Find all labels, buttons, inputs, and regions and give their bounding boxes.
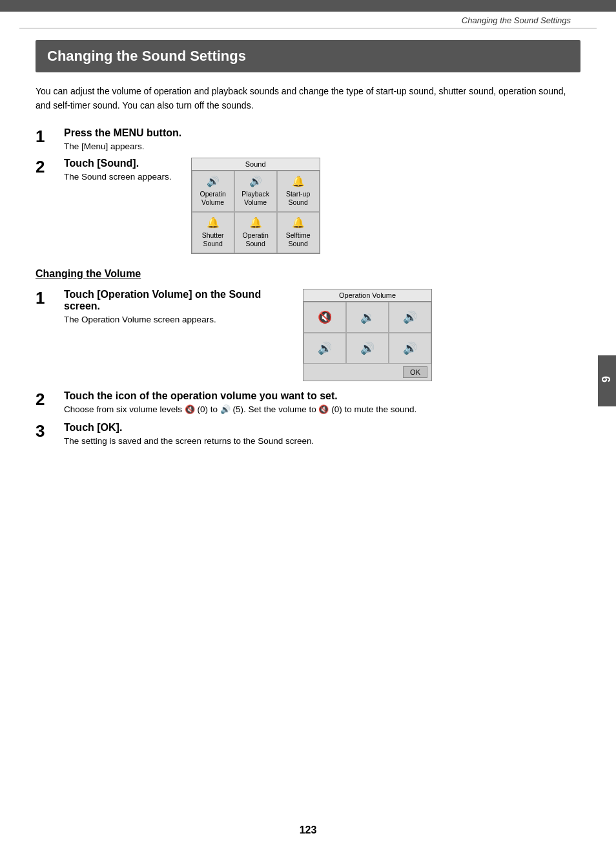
sidebar-label: Settings [588,364,597,397]
startup-sound-label: Start-upSound [286,190,310,207]
step-1-title: Press the MENU button. [64,127,580,139]
intro-text: You can adjust the volume of operation a… [36,84,580,113]
sound-cell-operatin-volume: 🔊 OperatinVolume [192,171,234,212]
step-1-content: Press the MENU button. The [Menu] appear… [64,127,580,151]
vol-icon-1: 🔉 [360,310,375,324]
sound-cell-operatin-sound: 🔔 OperatinSound [234,212,277,253]
sound-grid: 🔊 OperatinVolume 🔊 PlaybackVolume 🔔 Star… [192,171,320,253]
sidebar-number: 6 [599,376,612,383]
vol-step-2: 2 Touch the icon of the operation volume… [36,390,580,414]
top-bar [0,0,616,12]
ok-button[interactable]: OK [403,366,427,378]
shutter-sound-label: ShutterSound [202,231,224,249]
vol-step-3-number: 3 [36,422,59,441]
ok-row: OK [303,364,431,381]
vol-step-2-title: Touch the icon of the operation volume y… [64,390,580,402]
header-text: Changing the Sound Settings [462,16,571,25]
vol-step-2-content: Touch the icon of the operation volume y… [64,390,580,414]
step-2-title: Touch [Sound]. [64,158,172,169]
vol-icon-0: 🔇 [318,310,332,324]
sound-cell-playback-volume: 🔊 PlaybackVolume [234,171,277,212]
op-vol-grid: 🔇 🔉 🔊 🔊 🔊 🔊 [303,302,431,364]
playback-volume-icon: 🔊 [249,175,262,189]
vol-step-1-desc: The Operation Volume screen appears. [64,315,283,324]
sound-screen-image: Sound 🔊 OperatinVolume 🔊 PlaybackVolume … [191,158,320,254]
vol-step-1-wrapper: 1 Touch [Operation Volume] on the Sound … [36,289,580,381]
vol-cell-2: 🔊 [389,302,431,333]
step-1-number: 1 [36,127,59,146]
step-1-desc: The [Menu] appears. [64,142,580,151]
shutter-sound-icon: 🔔 [207,216,220,230]
vol-step-3-title: Touch [OK]. [64,422,580,434]
step-2-desc: The Sound screen appears. [64,172,172,182]
selftime-sound-icon: 🔔 [292,216,305,230]
sound-screen-title: Sound [192,158,320,171]
main-content: Changing the Sound Settings You can adju… [36,40,580,478]
selftime-sound-label: SelftimeSound [286,231,311,249]
title-banner: Changing the Sound Settings [36,40,580,72]
step-2-left: 2 Touch [Sound]. The Sound screen appear… [36,158,172,182]
page-header: Changing the Sound Settings [19,12,597,28]
mute-icon-inline: 🔇 [185,404,195,414]
vol-step-3-desc: The setting is saved and the screen retu… [64,436,580,446]
vol-cell-0: 🔇 [303,302,346,333]
operatin-sound-label: OperatinSound [242,231,268,249]
loud-icon-inline: 🔊 [220,404,231,414]
startup-sound-icon: 🔔 [292,175,305,189]
sound-cell-shutter-sound: 🔔 ShutterSound [192,212,234,253]
playback-volume-label: PlaybackVolume [241,190,269,207]
vol-icon-5: 🔊 [403,341,417,355]
vol-cell-1: 🔉 [346,302,389,333]
sidebar-tab: 6 Settings [598,355,616,406]
operatin-sound-icon: 🔔 [249,216,262,230]
mute-icon-inline2: 🔇 [318,404,329,414]
step-2-wrapper: 2 Touch [Sound]. The Sound screen appear… [36,158,580,254]
sound-cell-startup-sound: 🔔 Start-upSound [277,171,320,212]
vol-step-1-title: Touch [Operation Volume] on the Sound sc… [64,289,283,312]
sound-screen: Sound 🔊 OperatinVolume 🔊 PlaybackVolume … [191,158,320,254]
vol-step-2-number: 2 [36,390,59,409]
sound-cell-selftime-sound: 🔔 SelftimeSound [277,212,320,253]
step-2-number: 2 [36,158,59,176]
vol-icon-3: 🔊 [318,341,332,355]
vol-step-3-content: Touch [OK]. The setting is saved and the… [64,422,580,446]
step-2-content: Touch [Sound]. The Sound screen appears. [64,158,172,182]
vol-step-1-content: Touch [Operation Volume] on the Sound sc… [64,289,283,324]
vol-cell-3: 🔊 [303,333,346,364]
vol-cell-5: 🔊 [389,333,431,364]
op-vol-screen-image: Operation Volume 🔇 🔉 🔊 🔊 🔊 🔊 OK [303,289,432,381]
vol-icon-4: 🔊 [360,341,375,355]
vol-cell-4: 🔊 [346,333,389,364]
op-vol-title: Operation Volume [303,289,431,302]
vol-step-2-desc: Choose from six volume levels 🔇 (0) to 🔊… [64,404,580,414]
page-number: 123 [300,824,317,836]
vol-step-3: 3 Touch [OK]. The setting is saved and t… [36,422,580,446]
op-vol-screen: Operation Volume 🔇 🔉 🔊 🔊 🔊 🔊 OK [303,289,432,381]
operatin-volume-label: OperatinVolume [200,190,225,207]
menu-word: MENU [113,127,143,138]
section-heading-volume: Changing the Volume [36,268,580,280]
vol-step-1-number: 1 [36,289,59,308]
vol-icon-2: 🔊 [403,310,417,324]
step-1: 1 Press the MENU button. The [Menu] appe… [36,127,580,151]
vol-step-1-left: 1 Touch [Operation Volume] on the Sound … [36,289,283,324]
operatin-volume-icon: 🔊 [207,175,220,189]
